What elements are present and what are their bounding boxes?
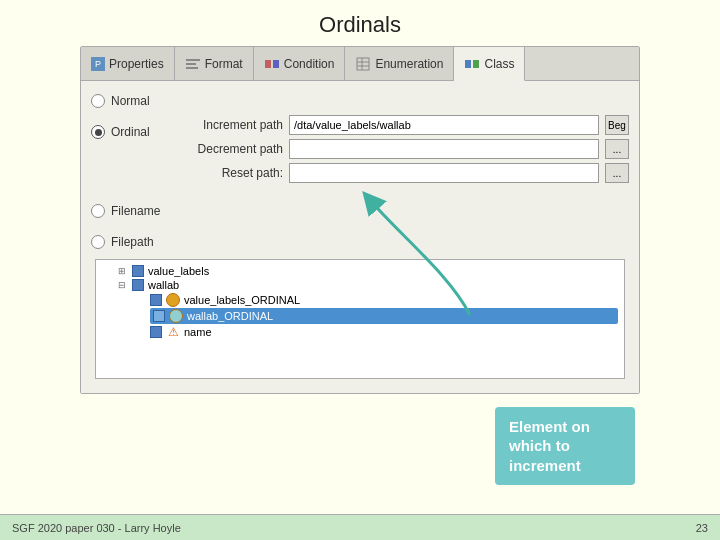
tab-format-label: Format: [205, 57, 243, 71]
tree-label-wo: wallab_ORDINAL: [187, 310, 273, 322]
reset-btn[interactable]: ...: [605, 163, 629, 183]
table-icon-value-labels: [132, 265, 144, 277]
callout-text: Element on which to increment: [509, 418, 590, 474]
radio-ordinal-label: Ordinal: [111, 124, 171, 139]
svg-rect-0: [186, 59, 200, 61]
tab-enumeration-label: Enumeration: [375, 57, 443, 71]
callout-arrow: [300, 155, 550, 355]
page-title: Ordinals: [0, 0, 720, 46]
footer-left: SGF 2020 paper 030 - Larry Hoyle: [12, 522, 181, 534]
reset-label: Reset path:: [183, 166, 283, 180]
increment-label: Increment path: [183, 118, 283, 132]
svg-rect-5: [357, 58, 369, 70]
radio-section: Normal Ordinal Filename Filepath: [91, 89, 171, 253]
radio-normal[interactable]: [91, 94, 105, 108]
expand-wallab[interactable]: ⊟: [118, 280, 128, 290]
tab-condition[interactable]: Condition: [254, 47, 346, 80]
footer-right: 23: [696, 522, 708, 534]
svg-rect-3: [265, 60, 271, 68]
radio-filename-label: Filename: [111, 203, 171, 218]
radio-filepath[interactable]: [91, 235, 105, 249]
properties-icon: P: [91, 57, 105, 71]
radio-row-filepath[interactable]: Filepath: [91, 230, 171, 253]
expand-value-labels[interactable]: ⊞: [118, 266, 128, 276]
decrement-label: Decrement path: [183, 142, 283, 156]
tree-label-name: name: [184, 326, 212, 338]
element-icon-wo: [169, 309, 183, 323]
tab-enumeration[interactable]: Enumeration: [345, 47, 454, 80]
svg-rect-10: [473, 60, 479, 68]
field-row-increment: Increment path Beg: [183, 115, 629, 135]
svg-rect-9: [465, 60, 471, 68]
element-icon-vlo: [166, 293, 180, 307]
table-icon-wo: [153, 310, 165, 322]
radio-ordinal[interactable]: [91, 125, 105, 139]
tab-bar: P Properties Format Condition: [81, 47, 639, 81]
tab-properties-label: Properties: [109, 57, 164, 71]
callout-box: Element on which to increment: [495, 407, 635, 486]
tab-properties[interactable]: P Properties: [81, 47, 175, 80]
radio-row-normal[interactable]: Normal: [91, 89, 171, 112]
radio-row-filename[interactable]: Filename: [91, 199, 171, 222]
tree-label-value-labels: value_labels: [148, 265, 209, 277]
tree-label-wallab: wallab: [148, 279, 179, 291]
increment-input[interactable]: [289, 115, 599, 135]
radio-normal-label: Normal: [111, 93, 171, 108]
radio-filename[interactable]: [91, 204, 105, 218]
condition-icon: [264, 56, 280, 72]
warning-icon-name: ⚠: [166, 325, 180, 339]
tab-class[interactable]: Class: [454, 47, 525, 81]
radio-filepath-label: Filepath: [111, 234, 171, 249]
svg-rect-4: [273, 60, 279, 68]
tab-format[interactable]: Format: [175, 47, 254, 80]
table-icon-wallab: [132, 279, 144, 291]
increment-btn[interactable]: Beg: [605, 115, 629, 135]
svg-rect-1: [186, 63, 196, 65]
radio-row-ordinal[interactable]: Ordinal: [91, 120, 171, 143]
tab-condition-label: Condition: [284, 57, 335, 71]
tab-class-label: Class: [484, 57, 514, 71]
decrement-btn[interactable]: ...: [605, 139, 629, 159]
table-icon-name: [150, 326, 162, 338]
svg-rect-2: [186, 67, 198, 69]
tree-label-vlo: value_labels_ORDINAL: [184, 294, 300, 306]
footer: SGF 2020 paper 030 - Larry Hoyle 23: [0, 514, 720, 540]
class-icon: [464, 56, 480, 72]
enumeration-icon: [355, 56, 371, 72]
format-icon: [185, 56, 201, 72]
table-icon-vlo: [150, 294, 162, 306]
